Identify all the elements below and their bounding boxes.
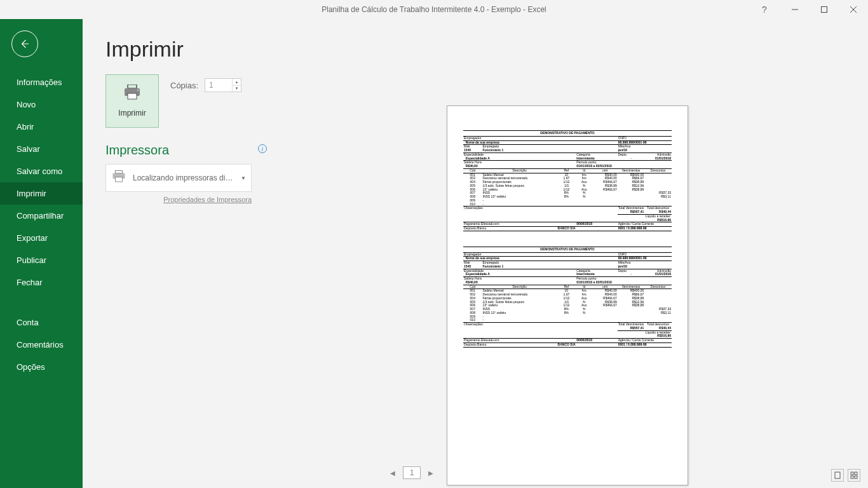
print-button-label: Imprimir (118, 109, 146, 118)
sidebar-item-fechar[interactable]: Fechar (0, 271, 83, 294)
prev-page-button[interactable]: ◀ (388, 468, 398, 478)
minimize-button[interactable] (780, 0, 810, 19)
sidebar-item-abrir[interactable]: Abrir (0, 116, 83, 138)
svg-rect-6 (128, 93, 137, 99)
payslip: DEMONSTRATIVO DE PAGAMENTO EmpregadorCNP… (463, 130, 672, 231)
printer-icon (111, 170, 126, 186)
printer-status: Localizando impressoras dis... (133, 173, 234, 182)
print-button[interactable]: Imprimir (105, 74, 159, 128)
copies-label: Cópias: (170, 81, 198, 90)
zoom-to-page-button[interactable] (831, 469, 844, 482)
printer-icon (123, 85, 142, 102)
window-title: Planilha de Cálculo de Trabalho Intermit… (322, 5, 546, 14)
next-page-button[interactable]: ▶ (426, 468, 436, 478)
zoom-controls (831, 469, 860, 482)
printer-properties-link[interactable]: Propriedades de Impressora (105, 196, 252, 203)
page-title: Imprimir (105, 37, 267, 62)
printer-heading: Impressora (105, 143, 267, 158)
sidebar-item-opções[interactable]: Opções (0, 356, 83, 378)
zoom-button[interactable] (848, 469, 860, 482)
printer-dropdown[interactable]: Localizando impressoras dis... ▼ (105, 164, 252, 192)
print-settings-pane: Imprimir Imprimir Cópias: ▲ ▼ (83, 19, 278, 488)
svg-rect-13 (855, 472, 857, 475)
help-button[interactable]: ? (750, 0, 779, 19)
sidebar-item-salvar[interactable]: Salvar (0, 138, 83, 160)
back-button[interactable] (11, 30, 38, 57)
svg-rect-14 (851, 476, 853, 478)
close-button[interactable] (839, 0, 868, 19)
svg-rect-1 (822, 7, 827, 13)
backstage-sidebar: InformaçõesNovoAbrirSalvarSalvar comoImp… (0, 19, 83, 488)
sidebar-item-comentários[interactable]: Comentários (0, 334, 83, 356)
page-navigator: ◀ ▶ (388, 466, 436, 479)
sidebar-item-informações[interactable]: Informações (0, 71, 83, 93)
svg-rect-12 (851, 472, 853, 475)
page-number-input[interactable] (403, 466, 421, 479)
sidebar-item-publicar[interactable]: Publicar (0, 249, 83, 271)
chevron-down-icon: ▼ (241, 175, 246, 181)
sidebar-item-compartilhar[interactable]: Compartilhar (0, 205, 83, 227)
svg-rect-15 (855, 476, 857, 478)
copies-up[interactable]: ▲ (232, 79, 241, 86)
window-controls (780, 0, 868, 19)
copies-spinner: ▲ ▼ (232, 79, 241, 92)
sidebar-item-exportar[interactable]: Exportar (0, 227, 83, 249)
svg-rect-8 (115, 170, 122, 173)
sidebar-item-novo[interactable]: Novo (0, 93, 83, 116)
svg-rect-4 (128, 85, 137, 88)
svg-point-7 (137, 90, 139, 91)
svg-rect-11 (835, 472, 840, 478)
maximize-button[interactable] (810, 0, 839, 19)
sidebar-item-imprimir[interactable]: Imprimir (0, 182, 83, 205)
print-preview-page: DEMONSTRATIVO DE PAGAMENTO EmpregadorCNP… (447, 105, 688, 485)
svg-rect-10 (115, 177, 122, 182)
payslip: DEMONSTRATIVO DE PAGAMENTO EmpregadorCNP… (463, 247, 672, 348)
titlebar: Planilha de Cálculo de Trabalho Intermit… (0, 0, 868, 19)
copies-down[interactable]: ▼ (232, 86, 241, 92)
sidebar-item-salvar-como[interactable]: Salvar como (0, 160, 83, 182)
info-icon[interactable]: i (258, 144, 267, 153)
sidebar-item-conta[interactable]: Conta (0, 311, 83, 334)
